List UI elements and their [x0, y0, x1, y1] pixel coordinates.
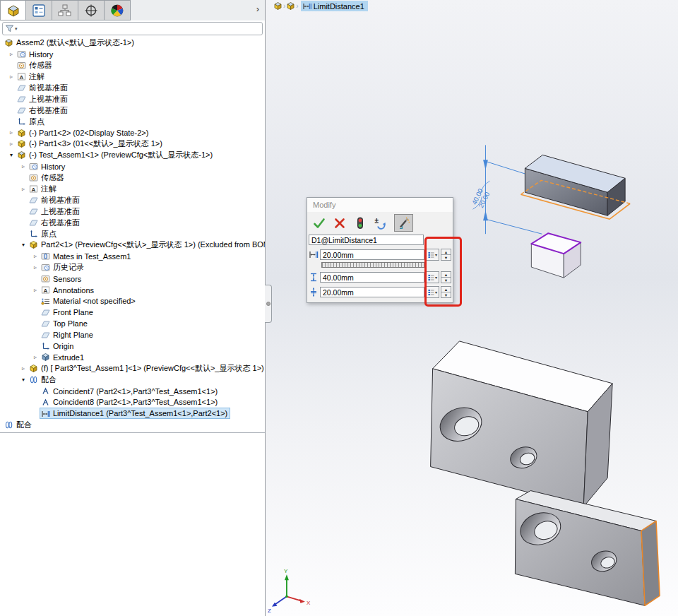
tree-item-icon	[29, 375, 38, 384]
tree-item-icon	[41, 409, 50, 418]
tree-item[interactable]: 配合	[0, 374, 265, 386]
graphics-area[interactable]: 40.00 20.00	[266, 0, 678, 616]
mate-dimension-toggle-button[interactable]	[394, 214, 413, 232]
tree-item-icon	[41, 308, 50, 317]
value-input[interactable]: 40.00mm	[320, 272, 424, 283]
thumbwheel-slider[interactable]	[321, 262, 426, 268]
modify-dialog-titlebar[interactable]: Modify	[307, 198, 453, 212]
tree-item-icon	[29, 240, 38, 249]
confirm-button[interactable]	[312, 216, 326, 230]
tree-item[interactable]: 前视基准面	[0, 83, 265, 94]
part-block-top[interactable]	[431, 341, 613, 507]
tree-item[interactable]: 原点	[0, 228, 265, 239]
filter-dropdown-caret-icon[interactable]: ▾	[15, 26, 18, 31]
expand-arrow-icon[interactable]	[19, 242, 28, 248]
tree-item[interactable]: Right Plane	[0, 329, 265, 340]
tree-item-icon	[17, 61, 26, 70]
3d-scene[interactable]: 40.00 20.00	[266, 0, 678, 616]
tree-item[interactable]: Annotations	[0, 285, 265, 296]
breadcrumb-subassembly-icon[interactable]: ›	[286, 1, 299, 11]
breadcrumb-assembly-icon[interactable]: ›	[273, 1, 286, 11]
featuremanager-tab[interactable]	[0, 0, 26, 20]
tree-item[interactable]: (f) [ Part3^Test_Assem1 ]<1> (PreviewCfg…	[0, 363, 265, 374]
tree-item[interactable]: 前视基准面	[0, 194, 265, 206]
cancel-button[interactable]	[333, 216, 347, 230]
expand-arrow-icon[interactable]	[7, 52, 16, 57]
tree-item-label: 配合	[41, 374, 56, 385]
tree-item[interactable]: 传感器	[0, 172, 265, 184]
expand-arrow-icon[interactable]	[19, 186, 28, 192]
dimxpertmanager-tab[interactable]	[78, 0, 105, 20]
tree-item[interactable]: LimitDistance1 (Part3^Test_Assem1<1>,Par…	[0, 408, 265, 419]
tree-item-label: 右视基准面	[41, 218, 80, 228]
tree-item-icon	[41, 297, 50, 306]
spin-increment-button[interactable]	[374, 216, 388, 230]
preview-box-part2[interactable]	[531, 233, 581, 278]
dimension-name-field[interactable]: D1@LimitDistance1	[309, 235, 424, 245]
tree-item[interactable]: 注解	[0, 71, 265, 83]
tree-item-label: History	[29, 50, 53, 59]
tree-item[interactable]: Assem2 (默认<默认_显示状态-1>)	[0, 37, 265, 49]
breadcrumb-selected-mate[interactable]: LimitDistance1	[301, 1, 368, 11]
tree-item[interactable]: Coincident7 (Part2<1>,Part3^Test_Assem1<…	[0, 386, 265, 397]
tree-item[interactable]: Mates in Test_Assem1	[0, 251, 265, 262]
tree-item[interactable]: 传感器	[0, 60, 265, 71]
expand-arrow-icon[interactable]	[31, 355, 40, 360]
expand-arrow-icon[interactable]	[7, 74, 16, 80]
orientation-triad: Y X Z	[268, 568, 311, 614]
tree-item[interactable]: Origin	[0, 340, 265, 352]
expand-arrow-icon[interactable]	[7, 141, 16, 147]
expand-arrow-icon[interactable]	[31, 254, 40, 259]
solidworks-window: › ▾ Assem2 (默认<默认_显示状态-1>) History	[0, 0, 678, 616]
tree-item[interactable]: Top Plane	[0, 318, 265, 329]
tree-item[interactable]: 右视基准面	[0, 217, 265, 228]
part-block-bottom[interactable]	[515, 491, 660, 606]
propertymanager-tab[interactable]	[26, 0, 52, 20]
tree-item[interactable]: (-) Part1<3> (01<<默认>_显示状态 1>)	[0, 138, 265, 150]
tree-item[interactable]: History	[0, 161, 265, 172]
tree-item[interactable]: Extrude1	[0, 352, 265, 363]
tree-item[interactable]: 上视基准面	[0, 206, 265, 217]
tree-item[interactable]: Sensors	[0, 273, 265, 285]
expand-arrow-icon[interactable]	[19, 377, 28, 383]
tree-item[interactable]: 右视基准面	[0, 105, 265, 116]
tree-item-label: 上视基准面	[41, 206, 80, 217]
expand-arrow-icon[interactable]	[7, 130, 16, 136]
svg-text:Z: Z	[268, 608, 271, 614]
tree-item-label: Part2<1> (PreviewCfg<<默认>_显示状态 1>) (Excl…	[41, 239, 265, 250]
tree-item-icon	[29, 364, 38, 373]
expand-arrow-icon[interactable]	[7, 153, 16, 158]
preview-box-part3[interactable]	[521, 155, 630, 219]
value-input[interactable]: 20.00mm	[320, 249, 424, 260]
svg-text:X: X	[307, 600, 311, 606]
expand-arrow-icon[interactable]	[31, 288, 40, 293]
tree-item[interactable]: 注解	[0, 184, 265, 195]
dimension-value-labels[interactable]: 40.00 20.00	[470, 187, 492, 209]
tree-item[interactable]: (-) Test_Assem1<1> (PreviewCfg<默认_显示状态-1…	[0, 150, 265, 161]
panel-splitter-handle[interactable]	[265, 285, 272, 323]
panel-expand-chevron-icon[interactable]: ›	[256, 4, 259, 14]
panel-tab-icon	[30, 4, 47, 18]
tree-item[interactable]: 历史记录	[0, 262, 265, 273]
expand-arrow-icon[interactable]	[19, 366, 28, 372]
displaymanager-tab[interactable]	[105, 0, 131, 20]
tree-item[interactable]: History	[0, 49, 265, 60]
tree-item[interactable]: Front Plane	[0, 307, 265, 318]
tree-item[interactable]: Coincident8 (Part2<1>,Part3^Test_Assem1<…	[0, 397, 265, 408]
tree-item-icon	[29, 173, 38, 182]
tree-item[interactable]: 配合	[0, 419, 265, 430]
expand-arrow-icon[interactable]	[19, 164, 28, 170]
tree-item[interactable]: Part2<1> (PreviewCfg<<默认>_显示状态 1>) (Excl…	[0, 239, 265, 251]
tree-item[interactable]: 上视基准面	[0, 93, 265, 105]
value-input[interactable]: 20.00mm	[320, 287, 424, 297]
rebuild-button[interactable]	[353, 216, 367, 230]
expand-arrow-icon[interactable]	[31, 265, 40, 271]
configurationmanager-tab[interactable]	[52, 0, 78, 20]
filter-funnel-icon[interactable]	[5, 24, 14, 33]
tree-item[interactable]: (-) Part1<2> (02<Display State-2>)	[0, 127, 265, 138]
tree-item[interactable]: 原点	[0, 116, 265, 127]
tree-filter-bar[interactable]: ▾	[2, 22, 263, 35]
tree-item[interactable]: Material <not specified>	[0, 295, 265, 307]
breadcrumb-selected-label: LimitDistance1	[314, 2, 364, 11]
assembly-icon	[273, 1, 282, 11]
